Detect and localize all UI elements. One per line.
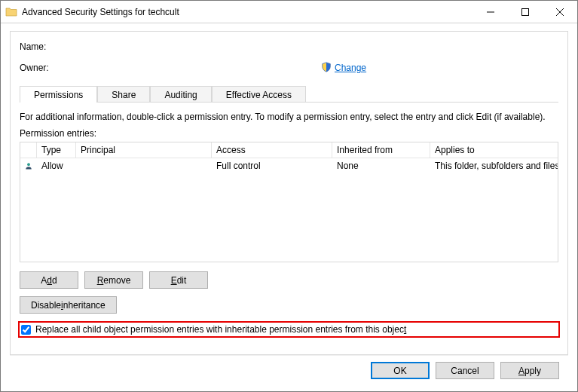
owner-label: Owner: (20, 63, 65, 73)
change-owner-link[interactable]: Change (335, 63, 366, 73)
remove-button[interactable]: Remove (84, 271, 143, 289)
maximize-button[interactable] (508, 1, 543, 23)
folder-icon (5, 6, 17, 18)
name-label: Name: (20, 41, 65, 52)
tab-label: Permissions (34, 90, 83, 100)
dialog-buttons: OK Cancel Apply (10, 355, 568, 385)
table-row[interactable]: Allow Full control None This folder, sub… (20, 158, 558, 173)
edit-button[interactable]: Edit (149, 271, 208, 289)
table-header: Type Principal Access Inherited from App… (20, 142, 558, 158)
owner-row: Owner: Change (20, 60, 558, 75)
add-button[interactable]: Add (20, 271, 78, 289)
col-inherited[interactable]: Inherited from (332, 142, 430, 158)
permission-table: Type Principal Access Inherited from App… (20, 142, 558, 262)
tab-auditing[interactable]: Auditing (150, 86, 211, 103)
col-principal[interactable]: Principal (76, 142, 212, 158)
tab-label: Share (112, 90, 136, 100)
ok-button[interactable]: OK (371, 362, 430, 379)
cancel-button[interactable]: Cancel (436, 362, 494, 379)
svg-point-1 (27, 163, 30, 166)
cell-principal (76, 164, 212, 167)
titlebar: Advanced Security Settings for techcult (1, 1, 577, 23)
window: Advanced Security Settings for techcult … (0, 0, 578, 392)
tab-label: Auditing (164, 90, 197, 100)
col-access[interactable]: Access (212, 142, 332, 158)
col-icon[interactable] (20, 142, 37, 158)
tab-underline (20, 102, 558, 103)
close-button[interactable] (543, 1, 577, 23)
replace-child-entries-checkbox-row[interactable]: Replace all child object permission entr… (20, 323, 558, 336)
col-type[interactable]: Type (37, 142, 76, 158)
tab-label: Effective Access (226, 90, 292, 100)
tab-effective-access[interactable]: Effective Access (212, 86, 306, 103)
minimize-button[interactable] (473, 1, 508, 23)
cell-applies: This folder, subfolders and files (430, 159, 558, 173)
disable-inheritance-button[interactable]: Disable inheritance (20, 296, 117, 314)
tab-strip: Permissions Share Auditing Effective Acc… (20, 86, 558, 103)
entry-buttons: Add Remove Edit (20, 271, 558, 289)
name-row: Name: (20, 39, 558, 54)
shield-icon (321, 62, 332, 75)
owner-value: Change (65, 62, 558, 75)
cell-inherited: None (332, 159, 430, 173)
tab-share[interactable]: Share (97, 86, 150, 103)
cell-access: Full control (212, 159, 332, 173)
principal-icon (20, 159, 37, 173)
permission-entries-label: Permission entries: (20, 128, 558, 139)
window-title: Advanced Security Settings for techcult (22, 7, 473, 17)
disable-inheritance-row: Disable inheritance (20, 296, 558, 314)
client-area: Name: Owner: Change Permissions Share (1, 23, 577, 391)
replace-child-entries-checkbox[interactable] (21, 325, 31, 335)
info-text: For additional information, double-click… (20, 112, 558, 122)
content-panel: Name: Owner: Change Permissions Share (10, 31, 568, 355)
col-applies[interactable]: Applies to (430, 142, 558, 158)
replace-child-entries-label: Replace all child object permission entr… (35, 324, 406, 335)
svg-rect-0 (522, 8, 529, 15)
cell-type: Allow (37, 159, 76, 173)
tab-permissions[interactable]: Permissions (20, 86, 97, 103)
apply-button[interactable]: Apply (500, 362, 559, 379)
